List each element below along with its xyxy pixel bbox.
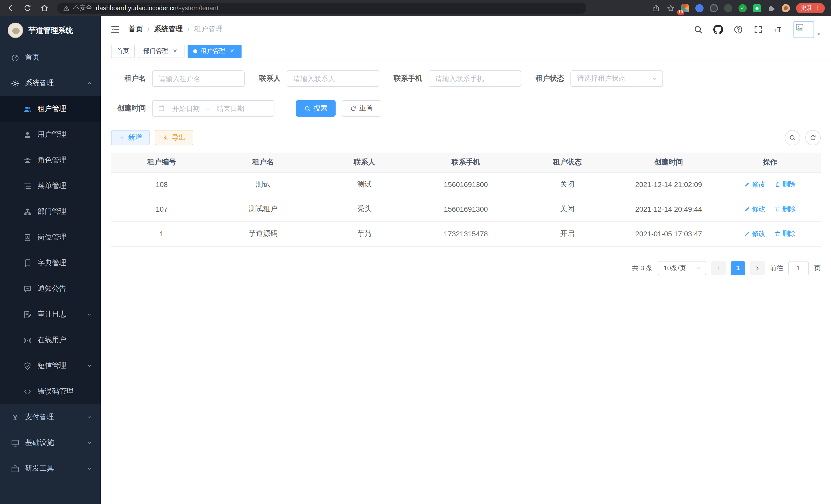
sidebar-item-infrastructure[interactable]: 基础设施 xyxy=(0,430,101,456)
sidebar-item-home[interactable]: 首页 xyxy=(0,45,101,70)
sidebar-item-online-users[interactable]: 在线用户 xyxy=(0,327,101,353)
breadcrumb-home[interactable]: 首页 xyxy=(128,25,143,34)
cell-tenant-id: 1 xyxy=(111,221,212,246)
tab-tenant-management[interactable]: 租户管理× xyxy=(188,45,241,58)
sidebar-item-dept-management[interactable]: 部门管理 xyxy=(0,199,101,225)
phone-input[interactable] xyxy=(429,70,521,87)
page-1-button[interactable]: 1 xyxy=(731,261,745,275)
tags-view-bar: 首页 部门管理× 租户管理× xyxy=(101,42,831,60)
help-icon[interactable] xyxy=(733,24,743,34)
message-bubble-icon xyxy=(23,285,32,293)
edit-link[interactable]: 修改 xyxy=(744,180,766,189)
extension-dark-icon[interactable] xyxy=(724,4,732,12)
extension-check-icon[interactable]: ✓ xyxy=(739,4,747,12)
warning-icon xyxy=(63,5,69,11)
sidebar-item-system-management[interactable]: 系统管理 xyxy=(0,70,101,96)
chevron-down-icon xyxy=(86,440,92,446)
sidebar-item-menu-management[interactable]: 菜单管理 xyxy=(0,173,101,199)
sidebar-item-tenant-management[interactable]: 租户管理 xyxy=(0,96,101,122)
reload-icon[interactable] xyxy=(23,4,32,12)
extension-camera-icon[interactable] xyxy=(710,4,718,12)
extensions-puzzle-icon[interactable] xyxy=(767,4,775,12)
tab-dept-management[interactable]: 部门管理× xyxy=(138,45,184,58)
sidebar-item-audit-log[interactable]: 审计日志 xyxy=(0,302,101,327)
home-icon[interactable] xyxy=(40,4,49,12)
browser-chrome: 不安全 dashboard.yudao.iocoder.cn/system/te… xyxy=(0,0,831,16)
breadcrumb-system[interactable]: 系统管理 xyxy=(154,25,183,34)
tenant-status-select[interactable]: 请选择租户状态 xyxy=(570,70,663,87)
contact-input[interactable] xyxy=(287,70,379,87)
range-separator: - xyxy=(207,105,209,112)
cell-phone: 15601691300 xyxy=(415,197,517,221)
tab-home[interactable]: 首页 xyxy=(111,45,135,58)
browser-update-button[interactable]: 更新 xyxy=(796,3,825,13)
refresh-table-button[interactable] xyxy=(805,130,821,145)
cell-created: 2021-12-14 20:49:44 xyxy=(618,197,719,221)
back-icon[interactable] xyxy=(6,4,15,12)
pencil-icon xyxy=(744,231,751,237)
delete-link[interactable]: 删除 xyxy=(775,229,796,238)
app-logo-row[interactable]: 芋道管理系统 xyxy=(0,16,101,45)
reset-button[interactable]: 重置 xyxy=(342,100,381,117)
github-icon[interactable] xyxy=(713,24,723,34)
trash-icon xyxy=(775,181,781,187)
bookmark-star-icon[interactable] xyxy=(666,4,675,12)
sidebar-item-notice[interactable]: 通知公告 xyxy=(0,276,101,302)
sidebar-item-user-management[interactable]: 用户管理 xyxy=(0,122,101,147)
prev-page-button[interactable] xyxy=(711,261,726,275)
toggle-search-button[interactable] xyxy=(785,130,800,145)
sidebar-item-error-code-management[interactable]: 错误码管理 xyxy=(0,379,101,404)
fullscreen-icon[interactable] xyxy=(753,24,763,34)
edit-link[interactable]: 修改 xyxy=(744,205,766,214)
share-icon[interactable] xyxy=(652,4,660,12)
table-row: 107 测试租户 秃头 15601691300 关闭 2021-12-14 20… xyxy=(111,197,821,221)
org-tree-icon xyxy=(23,207,32,216)
sidebar-item-role-management[interactable]: 角色管理 xyxy=(0,147,101,173)
sidebar-fold-icon[interactable] xyxy=(110,24,120,34)
sidebar-item-post-management[interactable]: 岗位管理 xyxy=(0,225,101,250)
end-date-input[interactable] xyxy=(211,105,250,112)
audit-doc-icon xyxy=(23,310,32,319)
user-avatar-menu[interactable] xyxy=(794,21,822,38)
table-header-row: 租户编号 租户名 联系人 联系手机 租户状态 创建时间 操作 xyxy=(111,153,821,172)
menu-list-icon xyxy=(23,182,32,190)
extension-chat-icon[interactable] xyxy=(753,4,761,12)
browser-profile-avatar[interactable] xyxy=(782,4,790,12)
address-bar[interactable]: 不安全 dashboard.yudao.iocoder.cn/system/te… xyxy=(57,2,586,13)
close-icon[interactable]: × xyxy=(228,47,236,55)
search-icon[interactable] xyxy=(693,24,703,34)
sidebar-item-dev-tools[interactable]: 研发工具 xyxy=(0,456,101,481)
chevron-right-icon xyxy=(754,265,761,271)
start-date-input[interactable] xyxy=(167,105,205,112)
pagination: 共 3 条 10条/页 1 前往 页 xyxy=(111,261,821,275)
filter-row-2: 创建时间 - 搜索 重置 xyxy=(111,100,821,117)
font-size-icon[interactable]: TT xyxy=(773,24,783,34)
search-icon xyxy=(304,105,311,112)
extension-adblock-icon[interactable]: 10 xyxy=(681,4,689,12)
edit-link[interactable]: 修改 xyxy=(744,229,766,238)
page-unit-label: 页 xyxy=(814,263,821,272)
next-page-button[interactable] xyxy=(750,261,765,275)
export-button[interactable]: 导出 xyxy=(155,130,193,145)
sidebar-item-dict-management[interactable]: 字典管理 xyxy=(0,250,101,276)
col-phone: 联系手机 xyxy=(415,153,517,172)
cell-tenant-name: 测试 xyxy=(212,172,314,197)
add-button[interactable]: 新增 xyxy=(111,130,149,145)
tenant-name-input[interactable] xyxy=(152,70,245,87)
search-button[interactable]: 搜索 xyxy=(296,100,336,117)
sidebar-item-sms-management[interactable]: 短信管理 xyxy=(0,353,101,379)
delete-link[interactable]: 删除 xyxy=(775,180,796,189)
page-size-select[interactable]: 10条/页 xyxy=(658,261,706,275)
browser-right-controls: 10 ✓ 更新 xyxy=(652,3,825,13)
cell-tenant-name: 芋道源码 xyxy=(212,221,314,246)
goto-page-input[interactable] xyxy=(789,261,809,275)
col-created: 创建时间 xyxy=(618,153,719,172)
chevron-down-icon xyxy=(651,75,658,82)
extension-shield-icon[interactable] xyxy=(695,4,704,12)
sidebar-item-payment-management[interactable]: ¥ 支付管理 xyxy=(0,404,101,430)
wireless-signal-icon xyxy=(23,336,32,345)
toolbox-icon xyxy=(11,464,20,473)
delete-link[interactable]: 删除 xyxy=(775,205,796,214)
close-icon[interactable]: × xyxy=(171,47,179,55)
create-time-range-picker[interactable]: - xyxy=(152,100,275,117)
